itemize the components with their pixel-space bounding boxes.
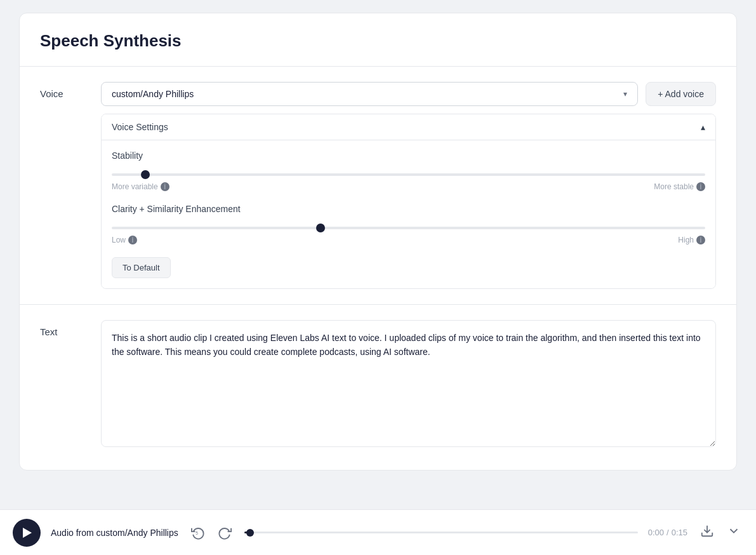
stability-slider[interactable] xyxy=(112,173,705,176)
stability-left-label: More variable i xyxy=(112,182,169,191)
text-input[interactable] xyxy=(101,320,716,447)
clarity-right-label: High i xyxy=(678,236,705,244)
stability-labels: More variable i More stable i xyxy=(112,182,705,191)
audio-player: Audio from custom/Andy Phillips 5 0:00 /… xyxy=(0,509,756,555)
forward-button[interactable] xyxy=(215,523,234,542)
progress-bar-container xyxy=(244,532,638,533)
stability-label: Stability xyxy=(112,150,705,161)
current-time: 0:00 xyxy=(648,528,664,537)
voice-settings-label: Voice Settings xyxy=(112,122,168,132)
chevron-up-icon: ▴ xyxy=(701,122,705,132)
clarity-section: Clarity + Similarity Enhancement Low i xyxy=(112,204,705,244)
time-display: 0:00 / 0:15 xyxy=(648,528,687,537)
voice-selected-value: custom/Andy Phillips xyxy=(112,89,194,99)
voice-settings-toggle[interactable]: Voice Settings ▴ xyxy=(102,114,715,140)
voice-section: Voice custom/Andy Phillips ▾ + Add voice xyxy=(20,67,736,305)
text-controls xyxy=(101,320,716,450)
stability-right-info-icon[interactable]: i xyxy=(696,182,705,191)
stability-left-info-icon[interactable]: i xyxy=(161,182,169,191)
progress-thumb xyxy=(246,529,254,537)
voice-label: Voice xyxy=(40,82,91,99)
stability-section: Stability More variable i xyxy=(112,150,705,191)
add-voice-label: + Add voice xyxy=(658,89,704,99)
clarity-slider-container xyxy=(112,220,705,232)
page-title: Speech Synthesis xyxy=(40,31,716,51)
clarity-label: Clarity + Similarity Enhancement xyxy=(112,204,705,214)
download-button[interactable] xyxy=(698,521,717,544)
voice-controls: custom/Andy Phillips ▾ + Add voice Voice… xyxy=(101,82,716,289)
svg-text:5: 5 xyxy=(196,530,198,535)
player-collapse-button[interactable] xyxy=(724,521,743,544)
add-voice-button[interactable]: + Add voice xyxy=(646,82,716,106)
total-time: 0:15 xyxy=(672,528,687,537)
stability-slider-container xyxy=(112,167,705,178)
clarity-right-info-icon[interactable]: i xyxy=(696,236,705,244)
voice-dropdown[interactable]: custom/Andy Phillips ▾ xyxy=(101,82,638,106)
clarity-left-label: Low i xyxy=(112,236,137,244)
chevron-down-icon: ▾ xyxy=(623,90,627,98)
clarity-slider[interactable] xyxy=(112,227,705,229)
player-controls: 5 xyxy=(189,523,234,542)
progress-bar[interactable] xyxy=(244,532,638,533)
text-section: Text xyxy=(20,305,736,470)
play-icon xyxy=(23,528,32,538)
to-default-button[interactable]: To Default xyxy=(112,257,171,278)
text-label: Text xyxy=(40,320,91,337)
time-separator: / xyxy=(666,528,669,537)
clarity-labels: Low i High i xyxy=(112,236,705,244)
player-meta: Audio from custom/Andy Phillips xyxy=(51,528,178,538)
clarity-left-info-icon[interactable]: i xyxy=(128,236,137,244)
player-title: Audio from custom/Andy Phillips xyxy=(51,528,178,538)
voice-settings-panel: Voice Settings ▴ Stability xyxy=(101,114,716,289)
page-header: Speech Synthesis xyxy=(20,13,736,67)
voice-settings-body: Stability More variable i xyxy=(102,140,715,288)
stability-right-label: More stable i xyxy=(654,182,705,191)
play-button[interactable] xyxy=(13,519,41,547)
player-right xyxy=(698,521,743,544)
rewind-button[interactable]: 5 xyxy=(189,523,208,542)
